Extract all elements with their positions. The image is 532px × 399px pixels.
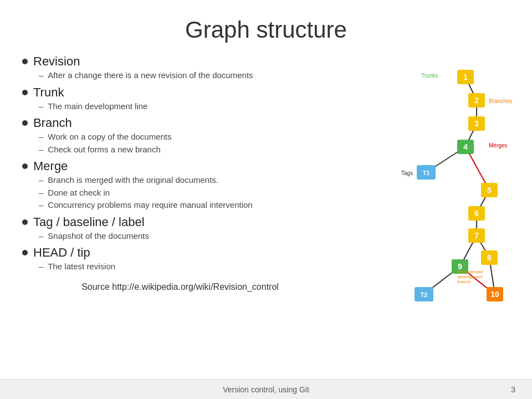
sub-bullet: –Check out forms a new branch [39,144,338,156]
sub-bullet-dash: – [39,260,43,273]
sub-bullet-dash: – [39,187,43,200]
sub-bullets: –Branch is merged with the original docu… [39,174,338,212]
bullet-dot [22,120,28,126]
sub-bullet: –The main development line [39,100,338,113]
sub-bullet-dash: – [39,100,43,113]
svg-text:Trunks: Trunks [421,73,438,79]
svg-text:10: 10 [490,290,499,299]
sub-bullets: –The latest revision [39,260,338,273]
bullet-dot [22,59,28,64]
sub-bullets: –Snapshot of the documents [39,230,338,243]
footer-label: Version control, using Git [223,385,309,394]
svg-text:T1: T1 [423,170,430,176]
bullet-item: Merge–Branch is merged with the original… [22,159,338,212]
bullet-label: Branch [33,116,72,130]
sub-bullet-text: After a change there is a new revision o… [48,69,253,82]
sub-bullet: –After a change there is a new revision … [39,69,338,82]
bullet-dot [22,250,28,255]
svg-text:Tags: Tags [401,170,413,176]
svg-text:1: 1 [463,73,468,81]
sub-bullet-dash: – [39,199,43,212]
graph-svg: 12345678910T1T2TrunksBranchesMergesTagsD… [349,54,515,331]
svg-text:3: 3 [474,119,479,128]
bullet-dot [22,163,28,169]
bullet-dot [22,219,28,225]
left-content: Revision–After a change there is a new r… [22,54,349,331]
sub-bullet-dash: – [39,174,43,187]
bullet-label: Tag / baseline / label [33,215,145,229]
sub-bullet: –Snapshot of the documents [39,230,338,243]
bullet-main: Trunk [22,85,338,100]
sub-bullets: –Work on a copy of the documents–Check o… [39,131,338,156]
svg-text:5: 5 [487,186,492,195]
sub-bullet-text: Done at check in [48,187,110,200]
bullet-main: Branch [22,116,338,130]
bullet-dot [22,90,28,95]
slide: Graph structure Revision–After a change … [0,0,532,399]
slide-title: Graph structure [0,0,532,49]
sub-bullet-text: Branch is merged with the original docum… [48,174,218,187]
sub-bullet-text: Snapshot of the documents [48,230,149,243]
sub-bullet-text: Concurrency problems may require manual … [48,199,252,212]
bullet-item: HEAD / tip–The latest revision [22,245,338,273]
sub-bullets: –After a change there is a new revision … [39,69,338,82]
sub-bullet-text: Check out forms a new branch [48,144,160,156]
sub-bullet-dash: – [39,69,43,82]
sub-bullet-dash: – [39,144,43,156]
page-number: 3 [511,385,515,394]
sub-bullet: –The latest revision [39,260,338,273]
sub-bullet-text: The latest revision [48,260,115,273]
bullet-label: Trunk [33,85,64,100]
graph-area: 12345678910T1T2TrunksBranchesMergesTagsD… [349,54,515,331]
bullet-main: Merge [22,159,338,173]
bullet-item: Tag / baseline / label–Snapshot of the d… [22,215,338,243]
sub-bullet: –Work on a copy of the documents [39,131,338,144]
bullets-container: Revision–After a change there is a new r… [22,54,338,273]
sub-bullet: –Branch is merged with the original docu… [39,174,338,187]
svg-text:2: 2 [474,96,479,105]
bullet-item: Revision–After a change there is a new r… [22,54,338,82]
bullet-item: Branch–Work on a copy of the documents–C… [22,116,338,156]
svg-text:4: 4 [463,142,468,151]
svg-text:Branches: Branches [489,98,512,104]
bullet-label: Revision [33,54,80,69]
bullet-label: Merge [33,159,68,173]
source-line: Source http://e.wikipedia.org/wiki/Revis… [22,282,338,292]
bullet-main: Tag / baseline / label [22,215,338,229]
sub-bullet: –Concurrency problems may require manual… [39,199,338,212]
sub-bullet-dash: – [39,230,43,243]
svg-text:7: 7 [474,231,479,240]
svg-text:T2: T2 [421,291,428,298]
footer: Version control, using Git 3 [0,379,532,399]
svg-text:8: 8 [487,253,492,262]
bullet-label: HEAD / tip [33,245,90,260]
bullet-main: HEAD / tip [22,245,338,260]
sub-bullets: –The main development line [39,100,338,113]
svg-text:Merges: Merges [489,142,507,149]
svg-text:6: 6 [474,209,479,218]
bullet-main: Revision [22,54,338,69]
sub-bullet: –Done at check in [39,187,338,200]
sub-bullet-text: The main development line [48,100,147,113]
bullet-item: Trunk–The main development line [22,85,338,113]
sub-bullet-dash: – [39,131,43,144]
sub-bullet-text: Work on a copy of the documents [48,131,171,144]
content-area: Revision–After a change there is a new r… [0,49,532,331]
